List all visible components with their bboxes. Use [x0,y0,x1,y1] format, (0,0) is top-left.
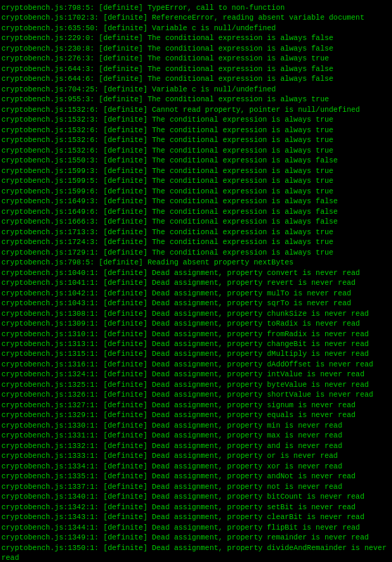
log-line: cryptobench.js:1334:1: [definite] Dead a… [1,461,391,471]
log-line: cryptobench.js:1713:3: [definite] The co… [1,227,391,237]
log-line: cryptobench.js:276:3: [definite] The con… [1,53,391,63]
log-line: cryptobench.js:1331:1: [definite] Dead a… [1,430,391,440]
log-line: cryptobench.js:1532:3: [definite] The co… [1,115,391,124]
console-output: cryptobench.js:798:5: [definite] TypeErr… [1,3,391,562]
log-line: cryptobench.js:1337:1: [definite] Dead a… [1,482,391,492]
log-line: cryptobench.js:229:0: [definite] The con… [1,33,391,43]
log-line: cryptobench.js:1333:1: [definite] Dead a… [1,451,391,461]
log-line: cryptobench.js:1550:3: [definite] The co… [1,155,391,165]
log-line: cryptobench.js:1649:6: [definite] The co… [1,207,391,217]
log-line: cryptobench.js:1342:1: [definite] Dead a… [1,502,391,512]
log-line: cryptobench.js:1729:1: [definite] The co… [1,248,391,257]
log-line: cryptobench.js:644:6: [definite] The con… [1,74,391,84]
log-line: cryptobench.js:1599:5: [definite] The co… [1,176,391,186]
log-line: cryptobench.js:1649:3: [definite] The co… [1,196,391,206]
log-line: cryptobench.js:1332:1: [definite] Dead a… [1,441,391,451]
log-line: cryptobench.js:1532:6: [definite] The co… [1,135,391,145]
log-line: cryptobench.js:1043:1: [definite] Dead a… [1,298,391,308]
log-line: cryptobench.js:1532:6: [definite] The co… [1,125,391,135]
log-line: cryptobench.js:1042:1: [definite] Dead a… [1,288,391,298]
log-line: cryptobench.js:1666:3: [definite] The co… [1,217,391,226]
log-line: cryptobench.js:1599:3: [definite] The co… [1,166,391,176]
log-line: cryptobench.js:955:3: [definite] The con… [1,94,391,104]
log-line: cryptobench.js:230:8: [definite] The con… [1,44,391,53]
log-line: cryptobench.js:1724:3: [definite] The co… [1,237,391,247]
log-line: cryptobench.js:798:5: [definite] TypeErr… [1,3,391,13]
log-line: cryptobench.js:1326:1: [definite] Dead a… [1,390,391,400]
log-line: cryptobench.js:1041:1: [definite] Dead a… [1,278,391,288]
log-line: cryptobench.js:1324:1: [definite] Dead a… [1,369,391,379]
log-line: cryptobench.js:1327:1: [definite] Dead a… [1,400,391,410]
log-line: cryptobench.js:1329:1: [definite] Dead a… [1,410,391,420]
log-line: cryptobench.js:635:50: [definite] Variab… [1,23,391,33]
log-line: cryptobench.js:1316:1: [definite] Dead a… [1,359,391,369]
log-line: cryptobench.js:1315:1: [definite] Dead a… [1,349,391,359]
log-line: cryptobench.js:1330:1: [definite] Dead a… [1,421,391,430]
log-line: cryptobench.js:1309:1: [definite] Dead a… [1,319,391,328]
log-line: cryptobench.js:1040:1: [definite] Dead a… [1,268,391,278]
log-line: cryptobench.js:1344:1: [definite] Dead a… [1,523,391,532]
log-line: cryptobench.js:1308:1: [definite] Dead a… [1,309,391,319]
log-line: cryptobench.js:1340:1: [definite] Dead a… [1,492,391,502]
log-line: cryptobench.js:1702:3: [definite] Refere… [1,13,391,23]
log-line: cryptobench.js:1335:1: [definite] Dead a… [1,471,391,481]
log-line: cryptobench.js:1532:6: [definite] Cannot… [1,105,391,115]
log-line: cryptobench.js:1350:1: [definite] Dead a… [1,543,391,562]
log-line: cryptobench.js:704:25: [definite] Variab… [1,84,391,94]
log-line: cryptobench.js:1343:1: [definite] Dead a… [1,512,391,522]
log-line: cryptobench.js:1532:6: [definite] The co… [1,146,391,155]
log-line: cryptobench.js:1325:1: [definite] Dead a… [1,380,391,390]
log-line: cryptobench.js:1599:6: [definite] The co… [1,186,391,196]
log-line: cryptobench.js:1310:1: [definite] Dead a… [1,329,391,339]
log-line: cryptobench.js:1313:1: [definite] Dead a… [1,339,391,349]
log-line: cryptobench.js:798:5: [definite] Reading… [1,257,391,267]
log-line: cryptobench.js:1349:1: [definite] Dead a… [1,532,391,542]
log-line: cryptobench.js:644:3: [definite] The con… [1,64,391,74]
